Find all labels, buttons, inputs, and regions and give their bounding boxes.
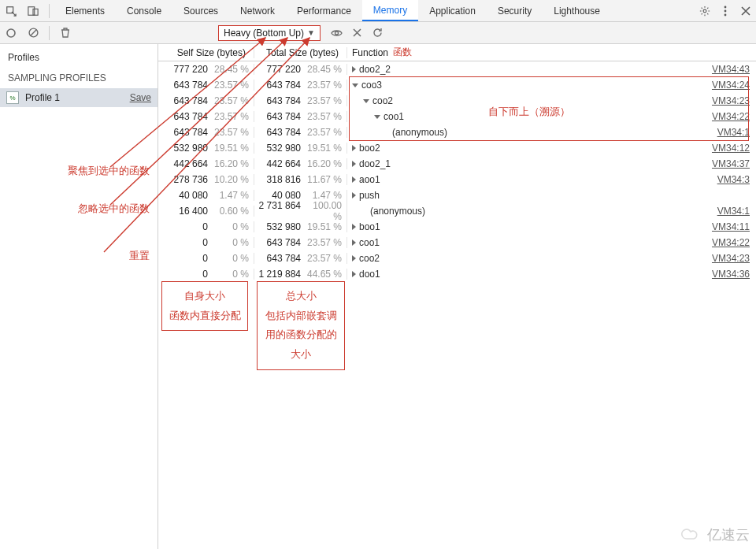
function-name: doo2_1 xyxy=(359,158,391,169)
cell-total: 643 78423.57 % xyxy=(254,80,347,91)
source-link[interactable]: VM34:12 xyxy=(712,143,756,154)
view-dropdown-label: Heavy (Bottom Up) xyxy=(224,28,304,39)
settings-icon[interactable] xyxy=(695,6,715,17)
table-row[interactable]: 643 78423.57 %643 78423.57 %coo1VM34:22 xyxy=(158,109,756,124)
device-icon[interactable] xyxy=(22,6,44,17)
divider xyxy=(49,4,50,18)
source-link[interactable]: VM34:3 xyxy=(717,174,756,185)
svg-point-7 xyxy=(7,29,15,37)
function-name: (anonymous) xyxy=(370,206,425,217)
kebab-icon[interactable] xyxy=(715,6,736,17)
table-row[interactable]: 278 73610.20 %318 81611.67 %aoo1VM34:3 xyxy=(158,172,756,187)
col-self-size[interactable]: Self Size (bytes) xyxy=(158,47,254,58)
disclosure-triangle-icon[interactable] xyxy=(352,255,356,262)
cell-function: coo2VM34:23 xyxy=(347,253,756,264)
disclosure-triangle-icon[interactable] xyxy=(352,192,356,198)
cell-function: doo1VM34:36 xyxy=(347,269,756,280)
source-link[interactable]: VM34:23 xyxy=(712,95,756,106)
cell-self: 643 78423.57 % xyxy=(158,95,254,106)
table-row[interactable]: 00 %532 98019.51 %boo1VM34:11 xyxy=(158,219,756,235)
cell-self: 643 78423.57 % xyxy=(158,127,254,138)
cell-self: 00 % xyxy=(158,269,254,280)
tab-console[interactable]: Console xyxy=(116,0,172,21)
tab-elements[interactable]: Elements xyxy=(54,0,116,21)
tab-security[interactable]: Security xyxy=(487,0,543,21)
source-link[interactable]: VM34:23 xyxy=(712,253,756,264)
watermark-text: 亿速云 xyxy=(707,525,750,544)
source-link[interactable]: VM34:24 xyxy=(712,80,756,91)
col-function[interactable]: Function 函数 xyxy=(347,46,756,59)
source-link[interactable]: VM34:22 xyxy=(712,237,756,248)
disclosure-triangle-icon[interactable] xyxy=(363,99,369,103)
source-link[interactable]: VM34:22 xyxy=(712,111,756,122)
source-link[interactable]: VM34:37 xyxy=(712,158,756,169)
table-row[interactable]: 532 98019.51 %532 98019.51 %boo2VM34:12 xyxy=(158,140,756,156)
profile-row[interactable]: % Profile 1 Save xyxy=(0,88,158,107)
disclosure-triangle-icon[interactable] xyxy=(352,239,356,246)
disclosure-triangle-icon[interactable] xyxy=(352,224,356,230)
clear-icon[interactable] xyxy=(22,28,44,38)
disclosure-triangle-icon[interactable] xyxy=(352,176,356,183)
function-name: push xyxy=(359,190,380,201)
disclosure-triangle-icon[interactable] xyxy=(352,83,358,87)
table-row[interactable]: 777 22028.45 %777 22028.45 %doo2_2VM34:4… xyxy=(158,61,756,77)
focus-icon[interactable] xyxy=(327,28,347,38)
cell-self: 278 73610.20 % xyxy=(158,174,254,185)
table-row[interactable]: 442 66416.20 %442 66416.20 %doo2_1VM34:3… xyxy=(158,156,756,172)
function-name: boo1 xyxy=(359,221,380,232)
cell-total: 643 78423.57 % xyxy=(254,237,347,248)
tab-performance[interactable]: Performance xyxy=(286,0,362,21)
table-row[interactable]: 00 %643 78423.57 %coo1VM34:22 xyxy=(158,235,756,250)
disclosure-triangle-icon[interactable] xyxy=(352,271,356,277)
cell-self: 643 78423.57 % xyxy=(158,111,254,122)
function-name: doo1 xyxy=(359,269,380,280)
source-link[interactable]: VM34:1 xyxy=(717,127,756,138)
cell-function: coo1VM34:22 xyxy=(347,237,756,248)
function-name: doo2_2 xyxy=(359,64,391,75)
svg-point-4 xyxy=(724,6,727,8)
function-name: coo2 xyxy=(359,253,380,264)
anno-focus: 聚焦到选中的函数 xyxy=(68,164,150,178)
inspect-icon[interactable] xyxy=(0,6,22,17)
table-row[interactable]: 00 %1 219 88444.65 %doo1VM34:36 xyxy=(158,266,756,282)
tab-sources[interactable]: Sources xyxy=(172,0,229,21)
divider xyxy=(49,26,50,40)
table-row[interactable]: 643 78423.57 %643 78423.57 %(anonymous)V… xyxy=(158,124,756,140)
save-link[interactable]: Save xyxy=(130,92,151,103)
exclude-icon[interactable] xyxy=(347,28,368,37)
tab-application[interactable]: Application xyxy=(418,0,487,21)
disclosure-triangle-icon[interactable] xyxy=(352,66,356,72)
record-icon[interactable] xyxy=(0,28,22,38)
cell-self: 00 % xyxy=(158,253,254,264)
tab-lighthouse[interactable]: Lighthouse xyxy=(543,0,611,21)
profiles-title: Profiles xyxy=(0,44,158,68)
svg-line-9 xyxy=(30,30,36,36)
source-link[interactable]: VM34:1 xyxy=(717,206,756,217)
col-total-size[interactable]: Total Size (bytes) xyxy=(254,47,347,58)
col-fn-zh: 函数 xyxy=(393,46,412,59)
disclosure-triangle-icon[interactable] xyxy=(352,145,356,151)
source-link[interactable]: VM34:43 xyxy=(712,64,756,75)
cell-function: aoo1VM34:3 xyxy=(347,174,756,185)
table-row[interactable]: 643 78423.57 %643 78423.57 %coo2VM34:23 xyxy=(158,93,756,109)
profiles-sidebar: Profiles SAMPLING PROFILES % Profile 1 S… xyxy=(0,44,158,549)
close-devtools-icon[interactable] xyxy=(736,6,756,16)
disclosure-triangle-icon[interactable] xyxy=(352,161,356,167)
source-link[interactable]: VM34:36 xyxy=(712,269,756,280)
tab-memory[interactable]: Memory xyxy=(362,0,418,21)
source-link[interactable]: VM34:11 xyxy=(712,221,756,232)
cell-function: boo2VM34:12 xyxy=(347,143,756,154)
table-row[interactable]: 16 4000.60 %2 731 864100.00 %(anonymous)… xyxy=(158,203,756,219)
disclosure-triangle-icon[interactable] xyxy=(374,115,380,119)
table-row[interactable]: 00 %643 78423.57 %coo2VM34:23 xyxy=(158,250,756,266)
anno-self-box: 自身大小 函数内直接分配 xyxy=(161,281,248,331)
reset-icon[interactable] xyxy=(368,28,388,38)
table-row[interactable]: 643 78423.57 %643 78423.57 %coo3VM34:24 xyxy=(158,77,756,93)
function-name: boo2 xyxy=(359,143,380,154)
tab-network[interactable]: Network xyxy=(229,0,286,21)
cell-function: boo1VM34:11 xyxy=(347,221,756,232)
view-dropdown[interactable]: Heavy (Bottom Up) ▼ xyxy=(218,25,321,41)
watermark: 亿速云 xyxy=(680,525,750,544)
table-row[interactable]: 40 0801.47 %40 0801.47 %push xyxy=(158,187,756,203)
trash-icon[interactable] xyxy=(54,28,76,38)
